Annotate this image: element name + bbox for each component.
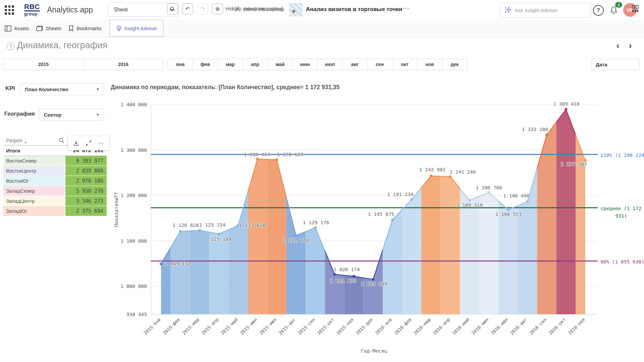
table-header-label[interactable]: Разрез — [6, 137, 22, 143]
area-band[interactable] — [402, 188, 422, 314]
month-filter-мар[interactable]: мар — [218, 59, 243, 70]
table-row[interactable]: ЗападЦентр3 346 273 — [3, 196, 107, 206]
area-band[interactable] — [421, 176, 441, 314]
data-point[interactable] — [256, 158, 259, 160]
date-filter[interactable]: Дата — [591, 59, 640, 70]
fullscreen-icon[interactable] — [84, 138, 93, 148]
sector-cell[interactable]: ЗападЦентр — [3, 196, 65, 206]
data-point[interactable] — [584, 159, 587, 162]
area-band[interactable] — [248, 159, 267, 314]
data-point[interactable] — [333, 273, 336, 276]
area-band[interactable] — [171, 231, 190, 314]
sector-cell[interactable]: ВостокЮг — [3, 176, 65, 186]
month-filter-дек[interactable]: дек — [442, 59, 467, 70]
data-point[interactable] — [353, 275, 355, 278]
data-point[interactable] — [468, 199, 471, 201]
area-band[interactable] — [209, 230, 229, 314]
more-options-icon[interactable]: ⋯ — [96, 138, 106, 148]
value-cell[interactable]: 2 839 866 — [65, 166, 107, 176]
data-point[interactable] — [217, 233, 220, 235]
month-filter-окт[interactable]: окт — [392, 59, 417, 70]
bookmarks-button[interactable]: Bookmarks — [68, 20, 102, 37]
data-point[interactable] — [507, 208, 509, 211]
value-cell[interactable]: 9 383 977 — [65, 156, 107, 166]
data-point[interactable] — [449, 175, 451, 178]
previous-sheet-button[interactable]: ‹ — [613, 41, 622, 50]
table-search-icon[interactable] — [58, 137, 64, 143]
table-row[interactable]: ЗападЮг2 375 694 — [3, 206, 107, 216]
data-point[interactable] — [487, 191, 490, 194]
kpi-dropdown[interactable]: План Количество ▼ — [20, 83, 104, 95]
sector-cell[interactable]: ВостокСевер — [3, 156, 65, 166]
assets-button[interactable]: Assets — [5, 20, 29, 37]
month-filter-янв[interactable]: янв — [168, 59, 193, 70]
value-cell[interactable]: 2 976 105 — [65, 176, 107, 186]
app-launcher-icon[interactable] — [5, 5, 14, 15]
area-band[interactable] — [286, 198, 306, 314]
value-cell[interactable]: 5 950 276 — [65, 186, 107, 196]
month-filter-ноя[interactable]: ноя — [417, 59, 442, 70]
data-point[interactable] — [179, 230, 181, 233]
area-band[interactable] — [460, 188, 479, 314]
data-point[interactable] — [314, 226, 317, 229]
year-filter-2016[interactable]: 2016 — [84, 59, 163, 70]
download-icon[interactable] — [71, 138, 81, 148]
data-point[interactable] — [430, 175, 432, 177]
data-point[interactable] — [372, 278, 374, 281]
data-point[interactable] — [565, 108, 567, 111]
sheet-overview-icon[interactable] — [631, 4, 640, 13]
value-cell[interactable]: 3 346 273 — [65, 196, 107, 206]
area-band[interactable] — [161, 248, 171, 314]
data-point[interactable] — [160, 262, 162, 265]
area-band[interactable] — [344, 275, 364, 314]
data-point[interactable] — [275, 158, 278, 161]
help-icon[interactable]: ? — [593, 5, 604, 16]
clear-selections-button[interactable]: ⊗ — [212, 3, 223, 14]
month-filter-апр[interactable]: апр — [243, 59, 268, 70]
area-band[interactable] — [479, 192, 499, 314]
table-row[interactable]: ЗападСевер5 950 276 — [3, 186, 107, 196]
value-cell[interactable]: 2 375 694 — [65, 206, 107, 216]
month-filter-июл[interactable]: июл — [318, 59, 342, 70]
area-band[interactable] — [498, 201, 518, 314]
month-filter-май[interactable]: май — [268, 59, 292, 70]
area-band[interactable] — [576, 135, 585, 314]
data-point[interactable] — [526, 200, 529, 203]
area-band[interactable] — [383, 210, 402, 314]
area-band[interactable] — [518, 168, 537, 314]
geography-dropdown[interactable]: Сектор ▼ — [39, 109, 104, 121]
sector-cell[interactable]: ЗападСевер — [3, 186, 65, 196]
data-point[interactable] — [198, 229, 201, 232]
area-band[interactable] — [364, 250, 383, 314]
table-row[interactable]: ВостокЦентр2 839 866 — [3, 166, 107, 176]
sector-cell[interactable]: ЗападЮг — [3, 206, 65, 216]
area-band[interactable] — [537, 122, 556, 314]
sheets-button[interactable]: Sheets — [36, 20, 61, 37]
area-band[interactable] — [267, 160, 286, 314]
table-row[interactable]: ВостокСевер9 383 977 — [3, 156, 107, 166]
data-point[interactable] — [294, 234, 297, 237]
table-row[interactable]: ВостокЮг2 976 105 — [3, 176, 107, 186]
insight-advisor-search[interactable]: Ask Insight Advisor — [500, 3, 592, 17]
app-options-icon[interactable]: ⋯ — [402, 4, 410, 12]
month-filter-фев[interactable]: фев — [193, 59, 218, 70]
month-filter-июн[interactable]: июн — [293, 59, 318, 70]
area-band[interactable] — [306, 228, 325, 314]
smart-search-button[interactable] — [167, 3, 178, 14]
next-sheet-button[interactable]: › — [626, 41, 635, 50]
data-point[interactable] — [391, 219, 394, 221]
sector-cell[interactable]: ВостокЦентр — [3, 166, 65, 176]
insight-advisor-button[interactable]: Insight Advisor — [110, 20, 163, 37]
year-filter-2015[interactable]: 2015 — [4, 59, 84, 70]
data-point[interactable] — [410, 198, 413, 201]
area-band[interactable] — [325, 251, 344, 314]
sheet-help-icon[interactable]: ? — [7, 42, 15, 50]
area-band[interactable] — [228, 192, 248, 314]
month-filter-сен[interactable]: сен — [368, 59, 392, 70]
undo-selection-button[interactable]: ↶ — [182, 3, 193, 14]
redo-selection-button[interactable]: ↷ — [197, 3, 208, 14]
data-point[interactable] — [545, 133, 548, 136]
data-point[interactable] — [237, 224, 239, 227]
month-filter-авг[interactable]: авг — [342, 59, 367, 70]
area-band[interactable] — [556, 109, 576, 314]
